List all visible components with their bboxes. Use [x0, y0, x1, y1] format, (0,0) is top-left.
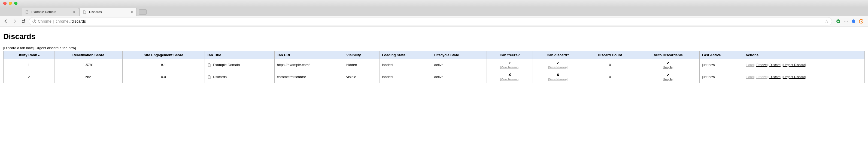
address-bar[interactable]: Chrome | chrome://discards ☆ — [29, 17, 832, 25]
action-freeze-link[interactable]: [Freeze] — [755, 63, 768, 67]
cell-utility-rank: 1 — [4, 59, 55, 71]
site-info-icon[interactable] — [32, 19, 36, 23]
cell-actions: [Load] [Freeze] [Discard] [Urgent Discar… — [743, 71, 865, 83]
svg-point-8 — [861, 21, 862, 22]
extension-icon[interactable] — [851, 19, 856, 24]
col-reactivation-score[interactable]: Reactivation Score — [54, 51, 122, 59]
window-titlebar — [0, 0, 868, 6]
cell-auto-discardable: ✔[Toggle] — [637, 59, 700, 71]
extension-icon[interactable] — [843, 19, 848, 24]
col-site-engagement-score[interactable]: Site Engagement Score — [122, 51, 205, 59]
cell-site-engagement-score: 0.0 — [122, 71, 205, 83]
cell-visibility: visible — [344, 71, 380, 83]
extension-icons — [834, 19, 865, 24]
cell-can-freeze: ✔[View Reason] — [487, 59, 533, 71]
new-tab-button[interactable] — [139, 9, 147, 15]
cell-reactivation-score: 1.5781 — [54, 59, 122, 71]
toggle-link[interactable]: [Toggle] — [663, 66, 674, 69]
view-reason-link[interactable]: [View Reason] — [500, 78, 519, 81]
col-auto-discardable[interactable]: Auto Discardable — [637, 51, 700, 59]
address-origin: Chrome — [38, 19, 52, 24]
svg-point-4 — [844, 21, 845, 22]
cell-tab-title: Discards — [205, 71, 275, 83]
action-load-link: [Load] — [745, 75, 754, 79]
forward-button[interactable] — [11, 18, 18, 25]
cell-site-engagement-score: 8.1 — [122, 59, 205, 71]
browser-tab-discards[interactable]: Discards × — [80, 8, 137, 16]
col-last-active[interactable]: Last Active — [700, 51, 743, 59]
browser-toolbar: Chrome | chrome://discards ☆ — [0, 16, 868, 27]
cell-can-freeze: ✘[View Reason] — [487, 71, 533, 83]
view-reason-link[interactable]: [View Reason] — [548, 78, 567, 81]
top-actions: [Discard a tab now] [Urgent discard a ta… — [3, 46, 865, 50]
action-urgent-discard-link[interactable]: [Urgent Discard] — [782, 63, 806, 67]
window-close-button[interactable] — [3, 2, 6, 5]
page-heading: Discards — [3, 32, 865, 41]
status-mark-icon: ✔ — [535, 60, 581, 65]
address-separator: | — [53, 19, 54, 24]
bookmark-star-icon[interactable]: ☆ — [825, 19, 829, 24]
table-row: 2N/A0.0Discardschrome://discards/visible… — [4, 71, 865, 83]
action-freeze-link: [Freeze] — [755, 75, 768, 79]
col-can-freeze[interactable]: Can freeze? — [487, 51, 533, 59]
tab-strip: Example Domain × Discards × — [0, 6, 868, 16]
col-utility-rank[interactable]: Utility Rank▲ — [4, 51, 55, 59]
cell-lifecycle-state: active — [432, 71, 487, 83]
discards-table: Utility Rank▲ Reactivation Score Site En… — [3, 51, 865, 83]
sort-asc-icon: ▲ — [38, 53, 40, 56]
svg-point-5 — [846, 21, 846, 22]
page-favicon-icon — [83, 10, 87, 14]
status-mark-icon: ✘ — [535, 73, 581, 77]
page-favicon-icon — [207, 75, 211, 79]
col-lifecycle-state[interactable]: Lifecycle State — [432, 51, 487, 59]
cell-discard-count: 0 — [583, 71, 637, 83]
view-reason-link[interactable]: [View Reason] — [548, 66, 567, 69]
action-discard-link[interactable]: [Discard] — [769, 63, 781, 67]
cell-can-discard: ✘[View Reason] — [533, 71, 583, 83]
tab-close-icon[interactable]: × — [72, 10, 76, 14]
col-can-discard[interactable]: Can discard? — [533, 51, 583, 59]
action-urgent-discard-link[interactable]: [Urgent Discard] — [782, 75, 806, 79]
toggle-link[interactable]: [Toggle] — [663, 78, 674, 81]
cell-last-active: just now — [700, 71, 743, 83]
cell-tab-url: chrome://discards/ — [275, 71, 344, 83]
view-reason-link[interactable]: [View Reason] — [500, 66, 519, 69]
browser-tab-example-domain[interactable]: Example Domain × — [22, 8, 79, 16]
svg-point-6 — [847, 21, 848, 22]
status-mark-icon: ✔ — [489, 60, 530, 65]
window-zoom-button[interactable] — [14, 2, 18, 5]
urgent-discard-tab-now-link[interactable]: [Urgent discard a tab now] — [35, 46, 76, 50]
cell-visibility: hidden — [344, 59, 380, 71]
status-mark-icon: ✘ — [489, 73, 530, 77]
page-favicon-icon — [25, 10, 29, 14]
browser-chrome: Example Domain × Discards × Chrome | — [0, 0, 868, 27]
page-favicon-icon — [207, 63, 211, 67]
col-tab-url[interactable]: Tab URL — [275, 51, 344, 59]
tab-title: Example Domain — [31, 10, 72, 14]
col-visibility[interactable]: Visibility — [344, 51, 380, 59]
discard-tab-now-link[interactable]: [Discard a tab now] — [3, 46, 33, 50]
svg-rect-2 — [34, 21, 34, 22]
reload-button[interactable] — [20, 18, 27, 25]
table-row: 11.57818.1Example Domainhttps://example.… — [4, 59, 865, 71]
col-tab-title[interactable]: Tab Title — [205, 51, 275, 59]
window-minimize-button[interactable] — [9, 2, 12, 5]
action-discard-link[interactable]: [Discard] — [769, 75, 781, 79]
tab-title-text: Discards — [213, 75, 227, 79]
cell-loading-state: loaded — [380, 71, 432, 83]
extension-icon[interactable] — [859, 19, 864, 24]
col-actions[interactable]: Actions — [743, 51, 865, 59]
col-loading-state[interactable]: Loading State — [380, 51, 432, 59]
svg-point-1 — [34, 20, 35, 21]
col-discard-count[interactable]: Discard Count — [583, 51, 637, 59]
cell-actions: [Load] [Freeze] [Discard] [Urgent Discar… — [743, 59, 865, 71]
back-button[interactable] — [3, 18, 9, 25]
tab-title-text: Example Domain — [213, 63, 240, 67]
cell-discard-count: 0 — [583, 59, 637, 71]
tab-close-icon[interactable]: × — [130, 10, 134, 14]
cell-can-discard: ✔[View Reason] — [533, 59, 583, 71]
extension-icon[interactable] — [836, 19, 841, 24]
cell-utility-rank: 2 — [4, 71, 55, 83]
cell-lifecycle-state: active — [432, 59, 487, 71]
cell-tab-url: https://example.com/ — [275, 59, 344, 71]
